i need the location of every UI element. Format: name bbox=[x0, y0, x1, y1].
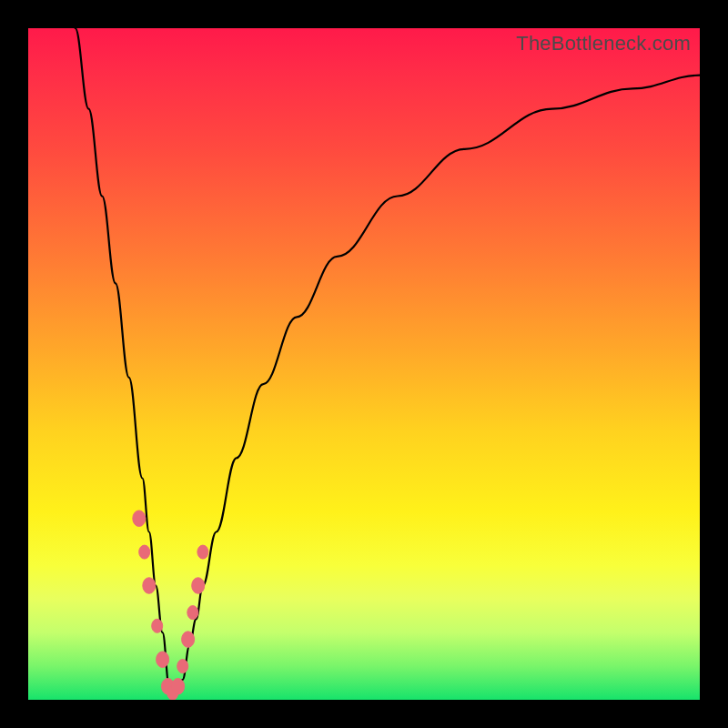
valley-marker bbox=[133, 511, 146, 527]
curve-layer bbox=[28, 28, 700, 700]
valley-marker bbox=[197, 545, 208, 559]
valley-marker bbox=[167, 686, 178, 700]
valley-marker bbox=[172, 678, 185, 694]
valley-marker bbox=[187, 606, 198, 620]
bottleneck-curve bbox=[76, 28, 700, 693]
valley-marker bbox=[182, 632, 195, 648]
chart-frame: TheBottleneck.com bbox=[0, 0, 728, 728]
valley-marker bbox=[143, 578, 156, 594]
valley-marker bbox=[162, 678, 175, 694]
valley-markers bbox=[133, 511, 208, 700]
valley-marker bbox=[192, 578, 205, 594]
valley-marker bbox=[157, 652, 169, 668]
valley-marker bbox=[152, 619, 163, 632]
plot-area: TheBottleneck.com bbox=[28, 28, 700, 700]
valley-marker bbox=[177, 660, 188, 673]
watermark-text: TheBottleneck.com bbox=[516, 32, 691, 56]
valley-marker bbox=[139, 545, 150, 559]
